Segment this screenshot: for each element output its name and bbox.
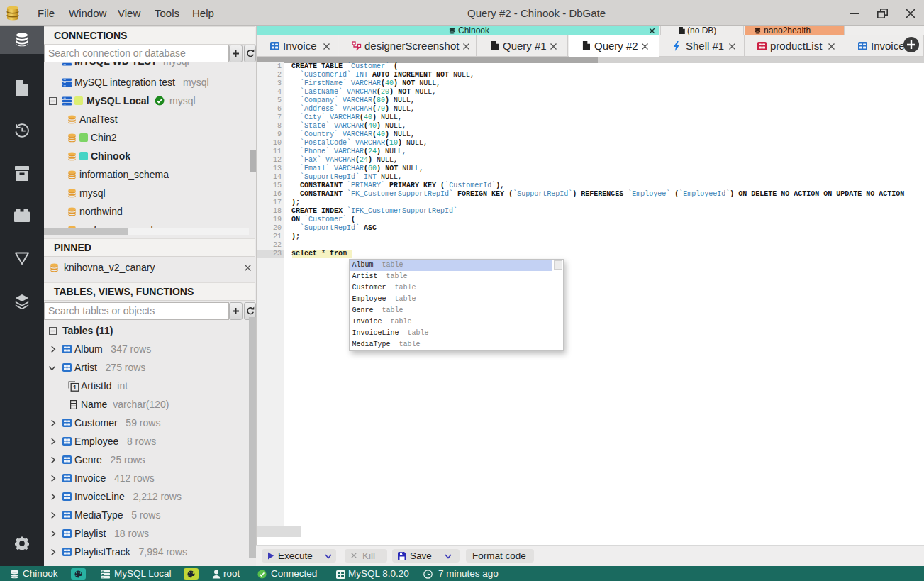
svg-text:1: 1 [73,384,77,391]
